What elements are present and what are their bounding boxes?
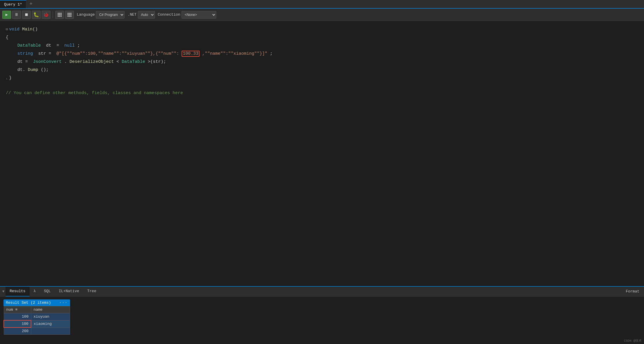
tab-sql[interactable]: SQL — [40, 287, 55, 297]
code-line-3: DataTable dt = null ; — [0, 42, 644, 50]
cell-name-3 — [31, 327, 70, 335]
query-tab[interactable]: Query 1* — [0, 0, 26, 8]
run-button[interactable]: ▶ — [2, 11, 11, 19]
cell-num-1: 100 — [4, 313, 31, 321]
results-panel: ▼ Results λ SQL IL+Native Tree Format Re… — [0, 286, 644, 344]
connection-label: Connection — [158, 12, 180, 17]
result-set-header: Result Set (2 items) ··· — [3, 299, 70, 306]
stop-button[interactable]: ⏹ — [22, 11, 31, 19]
format-label[interactable]: Format — [626, 289, 642, 294]
table-row: 100 xiuyuan — [4, 313, 70, 321]
comment-line: // You can define other methods, fields,… — [0, 89, 644, 97]
cell-name-2: xiaoming — [31, 320, 70, 327]
code-line-4: string str = @"[{""num"":100,""name"":""… — [0, 50, 644, 58]
dotnet-select[interactable]: Auto — [138, 11, 155, 19]
pause-button[interactable]: ⏸ — [12, 11, 21, 19]
results-tabs: ▼ Results λ SQL IL+Native Tree Format — [0, 287, 644, 297]
cell-num-3: 200 — [4, 327, 31, 335]
tab-label: Query 1* — [4, 2, 22, 7]
code-line-6: dt. Dump (); — [0, 66, 644, 74]
result-set-menu[interactable]: ··· — [59, 301, 68, 305]
grid-view-2[interactable] — [65, 11, 74, 19]
table-row: 100 xiaoming — [4, 320, 70, 327]
grid-icon-2 — [67, 13, 72, 17]
fold-close-icon: ⌞ — [6, 74, 8, 82]
tab-bar: Query 1* + — [0, 0, 644, 9]
col-num: num ≡ — [4, 306, 31, 313]
cell-num-2: 100 — [4, 320, 31, 327]
code-editor[interactable]: ⊟ void Main () { DataTable dt = null ; s… — [0, 21, 644, 142]
watermark: CSDN @技术 — [624, 338, 642, 343]
code-line-1: ⊟ void Main () — [0, 25, 644, 34]
connection-select[interactable]: <None> — [182, 11, 216, 19]
add-tab-button[interactable]: + — [26, 0, 35, 8]
cell-name-1: xiuyuan — [31, 313, 70, 321]
debug-button-1[interactable]: 🐛 — [32, 11, 41, 19]
col-name: name — [31, 306, 70, 313]
toolbar: ▶ ⏸ ⏹ 🐛 🐞 Language C# Program .NET Auto … — [0, 9, 644, 21]
table-row: 200 — [4, 327, 70, 335]
separator-1 — [53, 11, 53, 18]
code-line-5: dt = JsonConvert . DeserializeObject < D… — [0, 58, 644, 66]
collapse-arrow[interactable]: ▼ — [2, 290, 4, 294]
highlighted-value-code: 100.33 — [182, 51, 200, 57]
result-table: num ≡ name 100 xiuyuan 100 xiaoming 200 — [3, 306, 70, 335]
tab-lambda[interactable]: λ — [30, 287, 40, 297]
result-set-title: Result Set (2 items) — [6, 301, 51, 305]
code-line-2: { — [0, 34, 644, 42]
language-select[interactable]: C# Program — [96, 11, 125, 19]
fold-icon: ⊟ — [6, 25, 8, 34]
tab-il-native[interactable]: IL+Native — [55, 287, 83, 297]
language-label: Language — [77, 12, 95, 17]
grid-icon — [58, 13, 62, 17]
dotnet-label: .NET — [127, 12, 136, 17]
tab-results[interactable]: Results — [6, 287, 30, 297]
tab-tree[interactable]: Tree — [83, 287, 100, 297]
result-set-container: Result Set (2 items) ··· num ≡ name 100 … — [0, 297, 644, 344]
code-line-7: ⌞ } — [0, 74, 644, 82]
debug-button-2[interactable]: 🐞 — [42, 11, 50, 19]
grid-view-1[interactable] — [55, 11, 64, 19]
